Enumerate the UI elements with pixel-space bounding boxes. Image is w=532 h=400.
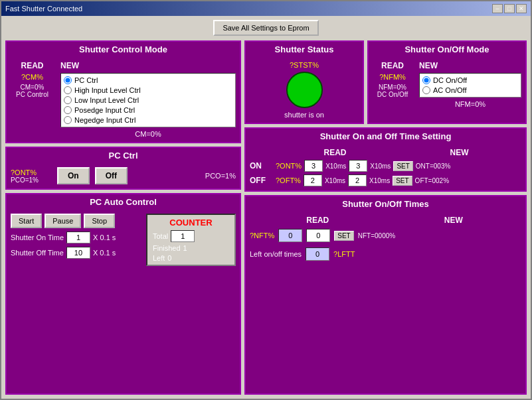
ts-on-query: ?ONT% bbox=[276, 162, 302, 170]
pc-ctrl-title: PC Ctrl bbox=[7, 148, 240, 163]
mode-radio-dc[interactable]: DC On/Off bbox=[422, 76, 518, 84]
sot-left-input[interactable] bbox=[306, 247, 329, 261]
status-text: shutter is on bbox=[284, 111, 324, 119]
pc-ctrl-panel: PC Ctrl ?ONT% PCO=1% On Off PCO=1% bbox=[5, 147, 241, 190]
mode-radio-ac[interactable]: AC On/Off bbox=[422, 86, 518, 94]
top-bar: Save All Settings to Eprom bbox=[5, 20, 527, 36]
scm-new-label: NEW bbox=[60, 61, 236, 70]
ts-off-read-input[interactable] bbox=[304, 174, 322, 186]
mode-read-label: READ bbox=[381, 61, 404, 70]
minimize-button[interactable]: – bbox=[492, 4, 503, 13]
time-setting-panel: Shutter On and Off Time Setting READ NEW… bbox=[244, 127, 527, 192]
main-content: Save All Settings to Eprom Shutter Contr… bbox=[1, 16, 531, 399]
sot-read-input[interactable] bbox=[278, 229, 302, 242]
shutter-off-time-unit: X 0.1 s bbox=[93, 249, 116, 257]
shutter-onoff-mode-panel: Shutter On/Off Mode READ ?NFM% NFM=0% DC… bbox=[367, 40, 527, 124]
shutter-status-panel: Shutter Status ?STST% shutter is on bbox=[244, 40, 364, 124]
finished-val: 1 bbox=[183, 244, 187, 252]
scm-radio-group: PC Ctrl High Input Level Ctrl Low Input … bbox=[60, 73, 236, 127]
left-label: Left bbox=[153, 254, 165, 262]
right-column: Shutter Status ?STST% shutter is on Shut… bbox=[244, 40, 527, 395]
scm-radio-posedge[interactable]: Posedge Input Ctrl bbox=[64, 106, 232, 114]
shutter-on-time-unit: X 0.1 s bbox=[93, 233, 116, 241]
scm-posedge-label: Posedge Input Ctrl bbox=[74, 106, 135, 114]
scm-cm-val: CM=0% bbox=[60, 130, 236, 138]
shutter-on-time-input[interactable] bbox=[66, 232, 90, 243]
times-title: Shutter On/Off Times bbox=[246, 196, 525, 212]
mode-nfm-read: NFM=0% bbox=[379, 84, 406, 91]
mode-read-desc: DC On/Off bbox=[377, 91, 408, 98]
ts-new-header: NEW bbox=[397, 148, 521, 157]
sot-set-button[interactable]: SET bbox=[334, 231, 353, 241]
sot-query: ?NFT% bbox=[250, 232, 274, 239]
status-query: ?STST% bbox=[290, 61, 319, 69]
sot-left-label: Left on/off times bbox=[250, 250, 302, 258]
close-button[interactable]: ✕ bbox=[516, 4, 527, 13]
total-input[interactable] bbox=[171, 230, 195, 242]
title-bar: Fast Shutter Connected – □ ✕ bbox=[1, 1, 531, 16]
shutter-off-time-input[interactable] bbox=[66, 247, 90, 259]
left-column: Shutter Control Mode READ ?CM% CM=0% PC … bbox=[5, 40, 241, 395]
scm-low-label: Low Input Level Ctrl bbox=[74, 96, 139, 104]
ts-on-new-input[interactable] bbox=[349, 160, 367, 172]
shutter-onoff-times-panel: Shutter On/Off Times READ NEW ?NFT% SE bbox=[244, 195, 527, 395]
panels-row: Shutter Control Mode READ ?CM% CM=0% PC … bbox=[5, 40, 527, 395]
scm-radio-pc-ctrl[interactable]: PC Ctrl bbox=[64, 76, 232, 84]
scm-radio-low[interactable]: Low Input Level Ctrl bbox=[64, 96, 232, 104]
pc-auto-control-panel: PC Auto Control Start Pause Stop bbox=[5, 193, 241, 395]
ts-off-x10ms-new: X10ms bbox=[369, 177, 390, 184]
scm-query: ?CM% bbox=[21, 73, 43, 81]
window-title: Fast Shutter Connected bbox=[5, 5, 82, 13]
off-button[interactable]: Off bbox=[95, 167, 128, 184]
mode-radio-group: DC On/Off AC On/Off bbox=[419, 73, 521, 98]
start-button[interactable]: Start bbox=[11, 214, 42, 228]
title-bar-buttons: – □ ✕ bbox=[492, 4, 527, 13]
sot-new-input[interactable] bbox=[306, 229, 330, 242]
sot-new-header: NEW bbox=[386, 216, 522, 225]
ts-off-new-input[interactable] bbox=[348, 174, 367, 186]
mode-dc-label: DC On/Off bbox=[433, 76, 467, 84]
mode-title: Shutter On/Off Mode bbox=[369, 42, 525, 57]
shutter-off-time-label: Shutter Off Time bbox=[11, 249, 64, 257]
ts-off-set-button[interactable]: SET bbox=[393, 176, 412, 186]
ts-off-result: OFT=002% bbox=[415, 177, 449, 184]
mode-nfm-val: NFM=0% bbox=[419, 100, 521, 108]
scm-high-label: High Input Level Ctrl bbox=[74, 86, 141, 94]
scm-read-desc: PC Control bbox=[16, 91, 48, 98]
scm-title: Shutter Control Mode bbox=[7, 42, 240, 57]
ts-on-label: ON bbox=[250, 161, 273, 170]
pco-val: PCO=1% bbox=[205, 172, 236, 180]
ts-off-x10ms-read: X10ms bbox=[325, 177, 345, 184]
shutter-control-mode-panel: Shutter Control Mode READ ?CM% CM=0% PC … bbox=[5, 40, 241, 143]
counter-label: COUNTER bbox=[169, 218, 212, 228]
sot-read-header: READ bbox=[250, 216, 386, 225]
scm-read-label: READ bbox=[21, 61, 43, 70]
save-eprom-button[interactable]: Save All Settings to Eprom bbox=[213, 20, 318, 36]
stop-button[interactable]: Stop bbox=[84, 214, 115, 228]
pc-ctrl-query: ?ONT% bbox=[11, 168, 50, 176]
ts-on-set-button[interactable]: SET bbox=[393, 161, 412, 171]
pause-button[interactable]: Pause bbox=[44, 214, 81, 228]
shutter-on-time-label: Shutter On Time bbox=[11, 233, 64, 241]
scm-radio-high[interactable]: High Input Level Ctrl bbox=[64, 86, 232, 94]
status-title: Shutter Status bbox=[246, 42, 363, 57]
ts-off-label: OFF bbox=[250, 176, 273, 185]
mode-query: ?NFM% bbox=[379, 73, 406, 81]
ts-on-read-input[interactable] bbox=[304, 160, 323, 172]
ts-on-result: ONT=003% bbox=[416, 163, 451, 170]
ts-on-x10ms-read: X10ms bbox=[325, 163, 346, 170]
left-val: 0 bbox=[167, 254, 171, 262]
maximize-button[interactable]: □ bbox=[504, 4, 515, 13]
pc-ctrl-pco: PCO=1% bbox=[11, 176, 50, 184]
sot-left-query: ?LFTT bbox=[333, 250, 355, 258]
scm-read-val: CM=0% bbox=[21, 84, 44, 91]
on-button[interactable]: On bbox=[57, 167, 90, 184]
scm-radio-negedge[interactable]: Negedge Input Ctrl bbox=[64, 116, 232, 124]
sot-result: NFT=0000% bbox=[358, 232, 395, 239]
finished-label: Finished bbox=[153, 244, 181, 252]
auto-ctrl-title: PC Auto Control bbox=[7, 194, 240, 210]
scm-pc-ctrl-label: PC Ctrl bbox=[74, 76, 98, 84]
time-setting-title: Shutter On and Off Time Setting bbox=[246, 129, 525, 144]
ts-off-query: ?OFT% bbox=[276, 176, 301, 184]
mode-ac-label: AC On/Off bbox=[433, 86, 467, 94]
